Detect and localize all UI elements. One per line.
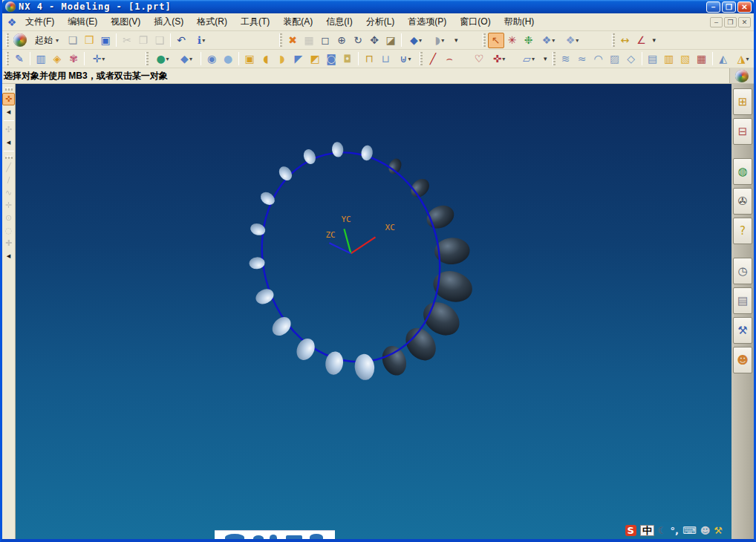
hole-button[interactable]: ◙ <box>323 51 339 67</box>
menu-information[interactable]: 信息(I) <box>319 13 359 30</box>
toolbar-grip[interactable] <box>483 33 486 47</box>
sketch-button[interactable]: ✎ <box>11 51 27 67</box>
start-menu-button[interactable]: 起始▾ <box>29 32 65 49</box>
shaded-display-button[interactable]: ◆▾ <box>404 33 428 48</box>
emboss-button[interactable]: ◩ <box>307 51 323 67</box>
browser-tab[interactable]: ◍ <box>733 158 752 185</box>
ime-user-icon[interactable]: ☻ <box>700 526 711 535</box>
thicken-button[interactable]: ◮▾ <box>731 51 754 67</box>
history-tab[interactable]: ◷ <box>733 258 752 284</box>
menu-preferences[interactable]: 首选项(P) <box>401 13 453 30</box>
analysis-toolbar-overflow[interactable]: ▾ <box>650 36 659 44</box>
through-curve-mesh-button[interactable]: ▥ <box>661 51 677 67</box>
move-rotate-object-button[interactable]: ❖▾ <box>561 33 584 48</box>
assembly-navigator-tab[interactable]: ⊞ <box>733 88 752 115</box>
menu-window[interactable]: 窗口(O) <box>453 13 497 30</box>
studio-spline-button[interactable]: ♡ <box>471 51 487 67</box>
curve-snap-button[interactable]: ∿ <box>2 186 15 199</box>
soft-keyboard-icon[interactable]: ⌨ <box>682 526 697 535</box>
menu-format[interactable]: 格式(R) <box>190 13 234 30</box>
split-body-button[interactable]: ⊔ <box>377 51 394 67</box>
menu-help[interactable]: 帮助(H) <box>498 13 541 30</box>
toolbar-grip[interactable] <box>146 52 149 65</box>
quadrant-snap-button[interactable]: ◌ <box>2 224 15 237</box>
restore-button[interactable]: ❐ <box>722 1 736 13</box>
cylinder-primitive-button[interactable]: ◈ <box>49 51 65 67</box>
child-minimize-button[interactable]: – <box>710 17 723 27</box>
menu-file[interactable]: 文件(F) <box>19 13 61 30</box>
perspective-button[interactable]: ◪ <box>382 33 399 48</box>
extrude-button[interactable]: ●▾ <box>151 51 175 67</box>
snap-expand-button[interactable]: ◂ <box>2 105 15 118</box>
through-mesh-button[interactable]: ▨ <box>607 51 623 67</box>
pad-button[interactable]: ◘ <box>339 51 356 67</box>
intersection-snap-button[interactable]: ✛ <box>2 199 15 212</box>
menu-edit[interactable]: 编辑(E) <box>61 13 104 30</box>
ime-tools-icon[interactable]: ⚒ <box>714 526 723 535</box>
toolbar-grip[interactable] <box>6 52 9 65</box>
boolean-button[interactable]: ⊎▾ <box>394 51 417 67</box>
roles-tab[interactable]: ☻ <box>733 347 752 373</box>
point-button[interactable]: ✜▾ <box>487 51 511 67</box>
trim-body-button[interactable]: ⊓ <box>361 51 377 67</box>
child-restore-button[interactable]: ❐ <box>724 17 737 27</box>
ime-punctuation-icon[interactable]: °, <box>671 526 679 535</box>
end-point-snap-button[interactable]: ╱ <box>2 161 15 174</box>
mid-point-snap-button[interactable]: ∕ <box>2 174 15 186</box>
menu-assemblies[interactable]: 装配(A) <box>276 13 319 30</box>
measure-distance-button[interactable]: ↔ <box>617 33 633 48</box>
child-close-button[interactable]: ✕ <box>738 17 751 27</box>
swept-surface-button[interactable]: ≋ <box>558 51 574 67</box>
copy-button[interactable]: ❐ <box>135 33 151 48</box>
toolbar-grip[interactable] <box>5 88 13 91</box>
edge-blend-button[interactable]: ◖ <box>258 51 274 67</box>
ime-moon-icon[interactable]: ☾ <box>658 526 667 535</box>
close-button[interactable]: ✕ <box>737 1 752 13</box>
sogou-ime-icon[interactable]: S <box>625 525 636 536</box>
curve-toolbar-overflow[interactable]: ▾ <box>541 55 550 62</box>
menu-tools[interactable]: 工具(T) <box>234 13 276 30</box>
n-sided-surface-button[interactable]: ◇ <box>623 51 639 67</box>
graphics-window[interactable]: XCYCZC S中☾°,⌨☻⚒ <box>16 84 731 539</box>
ruled-surface-button[interactable]: ≈ <box>574 51 590 67</box>
rendering-style-button[interactable]: ◗▾ <box>428 33 452 48</box>
edit-object-display-button[interactable]: ✳ <box>504 33 521 48</box>
center-point-snap-button[interactable]: ⊙ <box>2 212 15 224</box>
chamfer-button[interactable]: ◤ <box>290 51 307 67</box>
sweep-along-guide-button[interactable]: ▧ <box>677 51 694 67</box>
snap-point-filter-button[interactable]: ✜ <box>2 93 15 105</box>
toolbar-grip[interactable] <box>279 33 282 47</box>
minimize-button[interactable]: – <box>706 1 720 13</box>
open-button[interactable]: ❒ <box>81 33 97 48</box>
measure-angle-button[interactable]: ∠ <box>633 33 650 48</box>
boss-button[interactable]: ▣ <box>241 51 258 67</box>
helix-curve-button[interactable]: ✾ <box>65 51 82 67</box>
view-toolbar-overflow[interactable]: ▾ <box>452 36 461 44</box>
fit-view-button[interactable]: ✖ <box>284 33 301 48</box>
styled-sweep-button[interactable]: ▦ <box>694 51 710 67</box>
snap-expand3-button[interactable]: ◂ <box>2 249 15 262</box>
point-snap-button[interactable]: ✚ <box>2 237 15 249</box>
zoom-in-out-button[interactable]: ⊕ <box>333 33 350 48</box>
toolbar-grip[interactable] <box>612 33 615 47</box>
show-hide-button[interactable]: ❖▾ <box>537 33 561 48</box>
toolbar-grip[interactable] <box>6 33 9 47</box>
section-surface-button[interactable]: ◠ <box>590 51 607 67</box>
visualization-tab[interactable]: ✇ <box>733 188 752 215</box>
menu-analysis[interactable]: 分析(L) <box>359 13 402 30</box>
notebook-tab[interactable]: ▤ <box>733 287 752 314</box>
face-blend-button[interactable]: ◗ <box>274 51 290 67</box>
line-button[interactable]: ╱ <box>425 51 441 67</box>
cut-button[interactable]: ✂ <box>119 33 135 48</box>
object-display-palette-button[interactable]: ❉ <box>521 33 537 48</box>
info-window-button[interactable]: ℹ▾ <box>189 33 213 48</box>
zoom-region-button[interactable]: ◻ <box>317 33 333 48</box>
menu-view[interactable]: 视图(V) <box>104 13 147 30</box>
through-curves-button[interactable]: ▤ <box>645 51 661 67</box>
selection-filter-button[interactable]: ↖ <box>488 33 504 48</box>
help-tab[interactable]: ? <box>733 218 752 244</box>
snap-settings-button[interactable]: ✣ <box>2 123 15 136</box>
save-button[interactable]: ▣ <box>97 33 114 48</box>
tools-tab[interactable]: ⚒ <box>733 317 752 344</box>
pan-view-button[interactable]: ✥ <box>366 33 382 48</box>
